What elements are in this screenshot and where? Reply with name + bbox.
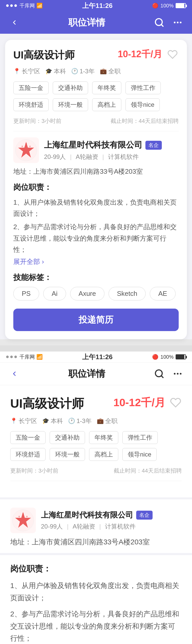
bluetooth-icon-1: 🔴	[152, 3, 158, 9]
screen-2: 千库网 📶 上午11:26 🔴 100% 职位详情	[0, 352, 192, 644]
jobtype-icon-2: 💼	[97, 418, 104, 424]
tag-item: 年终奖	[92, 81, 121, 94]
job-duty-line-2: 2、参与产品需求讨论与分析，具备良好的产品思维和交互设计思维，能以专业的角度来分…	[13, 221, 179, 255]
job-title-2: UI高级设计师	[10, 395, 84, 412]
company-section-2: 上海红星时代科技有限公司 名企 20-99人 | A轮融资 | 计算机软件 地址…	[0, 497, 192, 553]
dot4	[6, 356, 9, 358]
company-address-1: 地址：上海市黄浦区四川南路33号A楼203室	[13, 167, 179, 176]
dot1	[6, 4, 9, 7]
location-icon-1: 📍	[13, 68, 20, 75]
skills-title-1: 技能标签：	[13, 272, 179, 283]
wifi-icon-2: 📶	[36, 354, 43, 360]
jobtype-meta-2: 💼 全职	[97, 417, 118, 425]
experience-meta-1: 🕐 1-3年	[71, 67, 95, 75]
expand-link-1[interactable]: 展开全部 ›	[13, 257, 179, 266]
screen-1: 千库网 📶 上午11:26 🔴 100% 职位详情	[0, 0, 192, 339]
company-address-2: 地址：上海市黄浦区四川南路33号A楼203室	[10, 537, 182, 547]
experience-icon-1: 🕐	[71, 68, 78, 75]
dot3	[14, 4, 17, 7]
tags-2: 五险一金 交通补助 年终奖 弹性工作 环境舒适 环境一般 高档上 领导nice	[10, 431, 182, 461]
tag-item-2: 领导nice	[122, 448, 157, 461]
company-info-2: 上海红星时代科技有限公司 名企 20-99人 | A轮融资 | 计算机软件	[41, 510, 182, 531]
tag-item: 交通补助	[53, 81, 88, 94]
search-button-1[interactable]	[153, 16, 165, 29]
back-button-1[interactable]	[8, 16, 20, 29]
job-card-1: UI高级设计师 10-12千/月 📍 长宁区 🎓 本科 🕐	[5, 40, 187, 339]
svg-point-14	[180, 373, 182, 375]
location-meta-1: 📍 长宁区	[13, 67, 40, 75]
skills-section-1: 技能标签： PS Ai Axure Sketch AE	[13, 272, 179, 300]
tag-item: 领导nice	[125, 98, 160, 111]
tag-item-2: 五险一金	[10, 431, 46, 444]
skill-tag-ai-1: Ai	[43, 287, 66, 300]
update-row-1: 更新时间：3小时前 截止时间：44天后结束招聘	[13, 117, 179, 131]
heart-icon-1[interactable]	[166, 48, 179, 61]
navbar-actions-1	[153, 16, 184, 29]
skill-tag-ps-1: PS	[13, 287, 39, 300]
education-icon-1: 🎓	[45, 68, 52, 75]
svg-point-3	[177, 22, 179, 24]
job-meta-2: 📍 长宁区 🎓 本科 🕐 1-3年 💼 全职	[10, 417, 182, 425]
tag-item: 弹性工作	[125, 81, 161, 94]
bluetooth-icon-2: 🔴	[152, 354, 158, 360]
svg-point-7	[22, 146, 23, 147]
status-time-1: 上午11:26	[82, 1, 113, 10]
status-bar-1: 千库网 📶 上午11:26 🔴 100%	[0, 0, 192, 11]
svg-line-11	[161, 376, 163, 378]
company-name-2: 上海红星时代科技有限公司	[41, 510, 133, 520]
svg-line-1	[161, 25, 163, 26]
job-duty-section-2: 岗位职责： 1、从用户体验及销售转化双角度出发，负责电商相关页面设计； 2、参与…	[0, 553, 192, 644]
skill-tag-ae-1: AE	[150, 287, 176, 300]
tag-item-2: 环境一般	[50, 448, 85, 461]
tag-item-2: 交通补助	[50, 431, 85, 444]
svg-point-2	[174, 22, 176, 24]
status-left-2: 千库网 📶	[6, 354, 43, 360]
svg-point-9	[25, 143, 27, 145]
job-title-1: UI高级设计师	[13, 48, 75, 62]
status-right-2: 🔴 100%	[152, 354, 186, 360]
navbar-1: 职位详情	[0, 11, 192, 34]
company-logo-svg-2	[12, 509, 35, 532]
battery-icon-1	[176, 3, 186, 8]
jobtype-icon-1: 💼	[100, 68, 107, 75]
tag-item-2: 环境舒适	[10, 448, 46, 461]
job-salary-1: 10-12千/月	[118, 48, 162, 61]
famous-badge-1: 名企	[145, 141, 162, 150]
company-row-1: 上海红星时代科技有限公司 名企 20-99人 | A轮融资 | 计算机软件	[13, 137, 179, 163]
carrier-1: 千库网	[19, 2, 35, 9]
more-button-2[interactable]	[172, 368, 184, 380]
back-button-2[interactable]	[8, 368, 20, 380]
experience-meta-2: 🕐 1-3年	[68, 417, 92, 425]
skill-tag-sketch-1: Sketch	[109, 287, 146, 300]
tag-item: 环境一般	[53, 98, 88, 111]
more-button-1[interactable]	[172, 16, 184, 29]
company-name-1: 上海红星时代科技有限公司	[44, 139, 142, 151]
navbar-title-2: 职位详情	[68, 368, 105, 380]
job-duty-line-3: 1、从用户体验及销售转化双角度出发，负责电商相关页面设计；	[10, 580, 182, 604]
education-meta-1: 🎓 本科	[45, 67, 66, 75]
location-icon-2: 📍	[10, 418, 17, 424]
tags-1: 五险一金 交通补助 年终奖 弹性工作 环境舒适 环境一般 高档上 领导nice	[13, 81, 179, 111]
job-meta-1: 📍 长宁区 🎓 本科 🕐 1-3年 💼 全职	[13, 67, 179, 75]
dot5	[10, 356, 13, 358]
tag-item: 五险一金	[13, 81, 49, 94]
tag-item: 环境舒适	[13, 98, 49, 111]
dot2	[10, 4, 13, 7]
heart-icon-2[interactable]	[169, 396, 182, 409]
company-row-2: 上海红星时代科技有限公司 名企 20-99人 | A轮融资 | 计算机软件	[10, 508, 182, 533]
job-duty-title-2: 岗位职责：	[10, 563, 182, 575]
svg-point-17	[18, 516, 20, 517]
job-card-2: UI高级设计师 10-12千/月 📍 长宁区 🎓 本科 🕐	[0, 385, 192, 497]
search-button-2[interactable]	[153, 368, 165, 380]
famous-badge-2: 名企	[136, 511, 153, 520]
education-icon-2: 🎓	[42, 418, 49, 424]
svg-point-4	[180, 22, 182, 24]
battery-text-1: 100%	[161, 3, 174, 9]
deadline-2: 截止时间：44天后结束招聘	[114, 467, 182, 475]
update-time-2: 更新时间：3小时前	[10, 467, 58, 475]
submit-button-1[interactable]: 投递简历	[13, 309, 179, 331]
company-meta-1: 20-99人 | A轮融资 | 计算机软件	[44, 153, 179, 161]
wifi-icon-1: 📶	[36, 3, 43, 9]
battery-text-2: 100%	[161, 354, 174, 360]
status-left-1: 千库网 📶	[6, 2, 43, 9]
